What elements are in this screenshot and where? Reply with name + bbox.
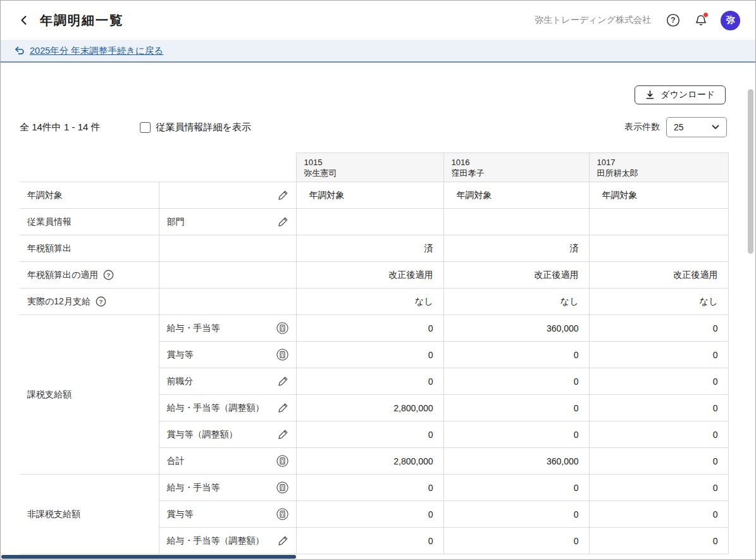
value-cell: 0 <box>443 395 589 421</box>
value-cell: 360,000 <box>443 315 589 342</box>
group-label-text: 従業員情報 <box>27 216 71 228</box>
page-title: 年調明細一覧 <box>40 12 123 29</box>
sub-label-text: 給与・手当等（調整額） <box>167 535 264 547</box>
table-row: 年税額算出の適用?改正後適用改正後適用改正後適用 <box>20 262 728 289</box>
value-cell <box>589 235 728 262</box>
employee-detail-toggle[interactable]: 従業員情報詳細を表示 <box>140 121 251 134</box>
help-icon[interactable]: ? <box>96 296 106 307</box>
value-cell: 0 <box>296 528 443 554</box>
value-cell: 0 <box>296 315 443 342</box>
value-cell: 0 <box>443 421 589 448</box>
chevron-left-icon <box>18 15 30 26</box>
value-cell <box>443 209 589 235</box>
employee-name: 窪田孝子 <box>452 168 581 178</box>
svg-text:?: ? <box>671 16 675 25</box>
app-window: 年調明細一覧 弥生トレーディング株式会社 ? 弥 2025年分 年末調整手続きに… <box>0 0 756 560</box>
group-label-text: 年税額算出の適用 <box>27 270 98 281</box>
sub-label-cell: 給与・手当等（調整額） <box>159 395 296 421</box>
value-cell: 0 <box>296 368 443 395</box>
sub-label-cell <box>159 262 296 289</box>
row-group-label: 年税額算出の適用? <box>20 262 159 289</box>
notification-dot <box>703 12 709 18</box>
value-cell: 2,800,000 <box>296 448 443 475</box>
value-cell: 360,000 <box>443 448 589 475</box>
table-row: 従業員情報部門 <box>20 209 728 235</box>
sub-label-text: 給与・手当等（調整額） <box>167 402 264 414</box>
chevron-down-icon <box>712 125 719 130</box>
value-cell: 年調対象 <box>589 182 728 209</box>
table-row: 非課税支給額給与・手当等000 <box>20 475 728 501</box>
sub-label-cell: 賞与等 <box>159 501 296 528</box>
table-row: 課税支給額給与・手当等0360,0000 <box>20 315 728 342</box>
value-cell: 0 <box>589 368 728 395</box>
main-content: ダウンロード 全 14件中 1 - 14 件 従業員情報詳細を表示 表示件数 2… <box>1 85 755 554</box>
calculator-icon[interactable] <box>276 322 288 334</box>
value-cell: 0 <box>296 501 443 528</box>
sub-label-text: 給与・手当等 <box>167 323 220 334</box>
sub-label-cell: 給与・手当等 <box>159 475 296 501</box>
download-row: ダウンロード <box>20 85 727 104</box>
pencil-icon[interactable] <box>278 216 288 227</box>
employee-header: 1017田所耕太郎 <box>589 153 728 182</box>
value-cell: 0 <box>443 475 589 501</box>
sub-label-cell: 賞与等 <box>159 342 296 368</box>
table-row: 年税額算出済済 <box>20 235 728 262</box>
group-label-text: 実際の12月支給 <box>27 296 90 308</box>
checkbox-label: 従業員情報詳細を表示 <box>156 121 251 134</box>
employee-id: 1015 <box>304 157 436 168</box>
row-group-label: 実際の12月支給? <box>20 289 159 315</box>
value-cell: 年調対象 <box>443 182 589 209</box>
calculator-icon[interactable] <box>276 482 288 494</box>
vertical-scrollbar-thumb[interactable] <box>748 89 753 254</box>
sub-label-cell <box>159 182 296 209</box>
checkbox[interactable] <box>140 122 151 133</box>
back-button[interactable] <box>16 12 32 28</box>
record-count: 全 14件中 1 - 14 件 <box>20 121 101 134</box>
row-group-label: 従業員情報 <box>20 209 159 235</box>
sub-label-text: 賞与等 <box>167 509 194 520</box>
header-actions: 弥生トレーディング株式会社 ? 弥 <box>535 11 740 30</box>
calculator-icon[interactable] <box>276 455 288 467</box>
calculator-icon[interactable] <box>276 349 288 361</box>
help-button[interactable]: ? <box>665 12 681 28</box>
employee-name: 弥生憲司 <box>304 168 436 178</box>
sub-label-text: 合計 <box>167 456 185 467</box>
value-cell: 0 <box>589 448 728 475</box>
page-size-label: 表示件数 <box>624 121 660 133</box>
help-icon: ? <box>666 13 680 27</box>
return-arrow-icon <box>15 46 25 56</box>
value-cell: 済 <box>443 235 589 262</box>
value-cell: 0 <box>443 368 589 395</box>
horizontal-scrollbar-thumb[interactable] <box>1 555 296 559</box>
help-icon[interactable]: ? <box>103 270 114 280</box>
pencil-icon[interactable] <box>278 402 288 413</box>
sub-label-cell <box>159 289 296 315</box>
pencil-icon[interactable] <box>278 535 288 546</box>
download-button[interactable]: ダウンロード <box>635 85 726 104</box>
sub-label-cell: 合計 <box>159 448 296 475</box>
value-cell: 0 <box>443 528 589 554</box>
value-cell: 2,800,000 <box>296 395 443 421</box>
sub-label-cell: 前職分 <box>159 368 296 395</box>
group-label-text: 課税支給額 <box>27 389 71 401</box>
employee-name: 田所耕太郎 <box>597 168 721 178</box>
row-group-label: 非課税支給額 <box>20 475 159 554</box>
notifications-button[interactable] <box>693 12 709 28</box>
back-to-procedure-link[interactable]: 2025年分 年末調整手続きに戻る <box>15 45 163 57</box>
pencil-icon[interactable] <box>278 190 288 201</box>
sub-label-cell: 給与・手当等 <box>159 315 296 342</box>
value-cell: なし <box>296 289 443 315</box>
breadcrumb-label: 2025年分 年末調整手続きに戻る <box>30 45 163 57</box>
pencil-icon[interactable] <box>278 429 288 440</box>
sub-label-cell: 賞与等（調整額） <box>159 421 296 448</box>
calculator-icon[interactable] <box>276 508 288 520</box>
page-size-value: 25 <box>674 122 684 132</box>
page-size-select[interactable]: 25 <box>666 117 727 137</box>
group-label-text: 年調対象 <box>27 190 63 201</box>
row-group-label: 年税額算出 <box>20 235 159 262</box>
value-cell: 0 <box>589 315 728 342</box>
pencil-icon[interactable] <box>278 376 288 387</box>
avatar[interactable]: 弥 <box>721 11 740 30</box>
table-header-row: 1015弥生憲司1016窪田孝子1017田所耕太郎 <box>20 153 728 182</box>
value-cell: 0 <box>296 475 443 501</box>
